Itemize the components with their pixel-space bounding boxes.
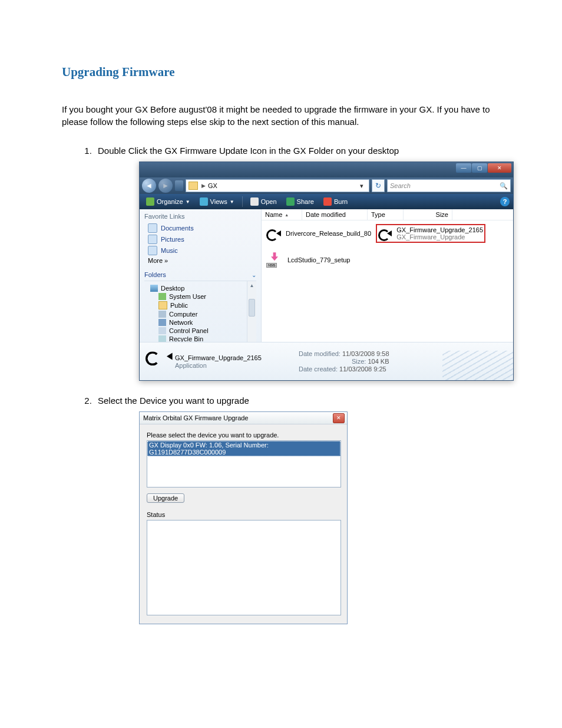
section-heading: Upgrading Firmware: [62, 65, 500, 80]
maximize-button[interactable]: ▢: [472, 163, 487, 173]
tree-item-control-panel[interactable]: Control Panel: [158, 327, 256, 334]
tree-scrollbar[interactable]: ▲ ▼: [247, 281, 256, 348]
scroll-up-icon[interactable]: ▲: [247, 281, 256, 289]
sidebar-item-label: More »: [148, 257, 168, 264]
file-label: LcdStudio_779_setup: [287, 256, 350, 263]
sidebar-item-pictures[interactable]: Pictures: [148, 235, 256, 244]
share-icon: [286, 197, 295, 206]
help-button[interactable]: ?: [500, 197, 510, 206]
column-label: Size: [436, 211, 448, 218]
burn-icon: [323, 197, 332, 206]
burn-button[interactable]: Burn: [320, 196, 351, 207]
close-button[interactable]: ✕: [333, 413, 345, 423]
explorer-toolbar: Organize ▼ Views ▼ Open: [140, 194, 513, 209]
sidebar-item-label: Music: [161, 247, 178, 254]
nav-row: ◄ ► ▶ GX ▾ ↻ Search 🔍: [140, 177, 513, 194]
sidebar-item-music[interactable]: Music: [148, 246, 256, 255]
folders-header-label: Folders: [144, 271, 166, 278]
tree-item-system-user[interactable]: System User: [158, 293, 256, 300]
dialog-prompt: Please select the device you want to upg…: [147, 431, 340, 439]
sidebar-item-label: Documents: [161, 225, 194, 232]
share-button[interactable]: Share: [283, 196, 317, 207]
burn-label: Burn: [334, 198, 348, 205]
folder-icon: [158, 301, 167, 309]
tree-item-desktop[interactable]: Desktop: [150, 285, 256, 292]
upgrade-button[interactable]: Upgrade: [147, 493, 184, 503]
path-separator-icon: ▶: [201, 183, 206, 189]
views-icon: [200, 197, 208, 206]
details-size-value: 104 KB: [368, 358, 389, 365]
step-2: Select the Device you want to upgrade Ma…: [94, 396, 500, 624]
status-label: Status: [147, 511, 340, 518]
open-label: Open: [261, 198, 277, 205]
step-2-text: Select the Device you want to upgrade: [98, 396, 249, 406]
details-pane: GX_Firmware_Upgrade_2165 Application Dat…: [140, 342, 513, 380]
column-type[interactable]: Type: [368, 209, 404, 220]
music-icon: [148, 246, 157, 255]
explorer-window: — ▢ ✕ ◄ ► ▶ GX ▾ ↻: [139, 162, 514, 381]
file-item-firmware-upgrade[interactable]: GX_Firmware_Upgrade_2165 GX_Firmware_Upg…: [376, 224, 485, 243]
close-button[interactable]: ✕: [488, 163, 511, 173]
folders-header[interactable]: Folders ⌄: [144, 271, 256, 278]
details-created-value: 11/03/2008 9:25: [339, 365, 386, 373]
organize-button[interactable]: Organize ▼: [143, 196, 193, 207]
column-label: Type: [371, 211, 385, 218]
tree-item-public[interactable]: Public: [158, 301, 256, 309]
details-filetype: Application: [175, 362, 293, 369]
device-list-item[interactable]: GX Display 0x0 FW: 1.06, Serial Number: …: [147, 441, 340, 456]
chevron-down-icon: ⌄: [252, 272, 256, 278]
folder-tree: Desktop System User Public Computer Netw…: [144, 281, 256, 348]
gx-app-icon: [266, 227, 282, 240]
file-item-lcdstudio[interactable]: LcdStudio_779_setup: [265, 251, 372, 269]
status-textbox[interactable]: [147, 520, 341, 615]
column-name[interactable]: Name▲: [262, 209, 302, 220]
column-modified[interactable]: Date modified: [302, 209, 368, 220]
explorer-sidebar: Favorite Links Documents Pictures Music …: [140, 209, 262, 342]
details-size-label: Size:: [352, 358, 366, 365]
search-input[interactable]: Search 🔍: [387, 179, 511, 192]
intro-paragraph: If you bought your GX Before august'08 i…: [62, 103, 500, 128]
details-modified-label: Date modified:: [299, 350, 340, 357]
views-button[interactable]: Views ▼: [197, 196, 237, 207]
nsis-installer-icon: [266, 252, 284, 268]
window-titlebar[interactable]: — ▢ ✕: [140, 162, 513, 177]
back-button[interactable]: ◄: [142, 179, 156, 193]
step-1: Double Click the GX Firmware Update Icon…: [94, 146, 500, 381]
desktop-icon: [150, 285, 158, 292]
control-panel-icon: [158, 327, 166, 334]
file-name: GX_Firmware_Upgrade_2165: [396, 226, 483, 233]
refresh-button[interactable]: ↻: [372, 179, 385, 192]
folder-icon: [189, 182, 198, 190]
device-listbox[interactable]: GX Display 0x0 FW: 1.06, Serial Number: …: [147, 440, 341, 487]
file-item-drivercore[interactable]: Drivercore_Release_build_80: [265, 224, 372, 243]
share-label: Share: [297, 198, 314, 205]
open-icon: [250, 197, 259, 206]
tree-item-network[interactable]: Network: [158, 319, 256, 326]
search-placeholder: Search: [390, 182, 411, 189]
tree-item-label: Public: [170, 302, 188, 309]
nav-history-dropdown[interactable]: [175, 180, 183, 191]
tree-item-label: Desktop: [161, 285, 184, 292]
gx-app-icon: [378, 227, 393, 240]
organize-label: Organize: [157, 198, 183, 205]
chevron-down-icon: ▼: [230, 199, 234, 205]
file-label: GX_Firmware_Upgrade_2165 GX_Firmware_Upg…: [396, 226, 483, 241]
details-created-label: Date created:: [299, 365, 338, 373]
sidebar-item-more[interactable]: More »: [148, 257, 256, 264]
tree-item-computer[interactable]: Computer: [158, 311, 256, 318]
sidebar-item-label: Pictures: [161, 236, 184, 243]
documents-icon: [148, 223, 157, 233]
sidebar-item-documents[interactable]: Documents: [148, 223, 256, 233]
scroll-thumb[interactable]: [249, 299, 255, 317]
details-filename: GX_Firmware_Upgrade_2165: [175, 354, 293, 361]
open-button[interactable]: Open: [247, 196, 280, 207]
minimize-button[interactable]: —: [456, 163, 471, 173]
file-list-pane: Name▲ Date modified Type Size Drivercore…: [262, 209, 513, 342]
address-bar[interactable]: ▶ GX ▾: [186, 179, 369, 192]
dialog-titlebar[interactable]: Matrix Orbital GX Firmware Upgrade ✕: [140, 412, 347, 424]
forward-button[interactable]: ►: [158, 179, 173, 193]
column-size[interactable]: Size: [404, 209, 452, 220]
address-dropdown-icon[interactable]: ▾: [357, 182, 366, 190]
computer-icon: [158, 311, 166, 318]
search-icon: 🔍: [500, 182, 508, 190]
